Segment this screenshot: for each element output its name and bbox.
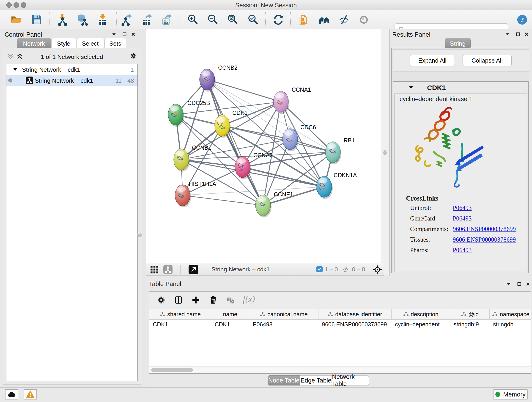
memory-button[interactable]: Memory: [493, 389, 528, 400]
column-header-canonical-name[interactable]: canonical name: [249, 309, 318, 319]
gene-entry-header[interactable]: CDK1: [393, 82, 528, 94]
column-header-namespace[interactable]: namespace: [490, 309, 532, 319]
close-panel-button[interactable]: [525, 281, 531, 287]
create-column-button[interactable]: [191, 295, 201, 305]
node-label-CCNA2: CCNA2: [253, 152, 273, 158]
column-header-database-identifier[interactable]: database identifier: [318, 309, 392, 319]
close-panel-button[interactable]: [130, 31, 137, 38]
warning-status-button[interactable]: [24, 389, 37, 400]
compartments-link[interactable]: 9606.ENSP00000378699: [453, 225, 516, 232]
refresh-view-button[interactable]: [272, 13, 285, 26]
selected-count: 1 – 0: [325, 266, 338, 273]
panel-menu-button[interactable]: [504, 31, 511, 38]
export-table-button[interactable]: [141, 13, 154, 26]
import-network-file-button[interactable]: [56, 13, 69, 26]
table-options-gear-button[interactable]: [156, 295, 166, 305]
genecard-link[interactable]: P06493: [453, 215, 472, 222]
edge-CCNE1-HIST1H1A[interactable]: [183, 195, 263, 205]
float-panel-button[interactable]: [514, 31, 521, 38]
expand-all-button[interactable]: Expand All: [410, 55, 455, 66]
canvas-results-splitter[interactable]: [381, 29, 390, 275]
table-header-row: shared name name canonical name database…: [149, 309, 531, 319]
node-CCNE1[interactable]: CCNE1: [255, 191, 293, 217]
column-header-shared-name[interactable]: shared name: [149, 309, 211, 319]
panel-menu-button[interactable]: [110, 31, 117, 38]
edge-CCNB2-RB1[interactable]: [207, 80, 333, 152]
panel-menu-button[interactable]: [505, 281, 512, 287]
help-button[interactable]: ?: [516, 13, 529, 26]
column-header-id[interactable]: @id: [450, 309, 490, 319]
scrollbar-thumb[interactable]: [151, 368, 193, 372]
node-CDKN1A[interactable]: CDKN1A: [317, 172, 357, 199]
float-panel-button[interactable]: [121, 31, 128, 38]
table-row[interactable]: CDK1 CDK1 P06493 9606.ENSP00000378699 cy…: [149, 319, 531, 329]
import-string-network-button[interactable]: [298, 13, 311, 26]
title-bar: Session: New Session: [0, 0, 532, 10]
function-builder-button[interactable]: f(x): [243, 294, 255, 304]
edge-CCNB2-CCNA1[interactable]: [207, 80, 281, 102]
uniprot-link[interactable]: P06493: [453, 204, 472, 211]
splitter-grip[interactable]: [383, 150, 387, 155]
zoom-in-button[interactable]: [186, 13, 199, 26]
save-session-button[interactable]: [30, 13, 43, 26]
hidden-indicator[interactable]: [341, 266, 349, 275]
zoom-selected-button[interactable]: [247, 13, 260, 26]
control-splitter-grip[interactable]: [137, 233, 142, 237]
column-header-name[interactable]: name: [211, 309, 249, 319]
edge-CCNB1-CCNA2[interactable]: [181, 160, 243, 167]
cloud-status-button[interactable]: [5, 389, 18, 400]
tab-network[interactable]: Network: [17, 38, 51, 49]
zoom-fit-icon: [227, 14, 239, 26]
close-panel-button[interactable]: [523, 31, 530, 38]
separator: [339, 265, 339, 274]
network-row-selected[interactable]: String Network – cdk1 11 48: [6, 75, 138, 86]
network-collection-row[interactable]: String Network – cdk1 1: [6, 64, 138, 75]
tab-node-table[interactable]: Node Table: [268, 375, 300, 385]
birds-eye-view-button[interactable]: [372, 265, 382, 276]
table-horizontal-scrollbar[interactable]: [149, 366, 531, 373]
import-table-file-button[interactable]: [96, 13, 109, 26]
tissues-link[interactable]: 9606.ENSP00000378699: [453, 236, 516, 243]
tab-network-table[interactable]: Network Table: [332, 375, 369, 385]
float-panel-button[interactable]: [516, 281, 523, 287]
first-neighbors-button[interactable]: [318, 13, 331, 26]
tab-edge-table[interactable]: Edge Table: [300, 375, 332, 385]
delete-column-button[interactable]: [208, 295, 219, 305]
tree-expander-icon[interactable]: [13, 68, 17, 71]
node-CCNA1[interactable]: CCNA1: [273, 86, 311, 114]
show-graphics-details-button[interactable]: [357, 13, 370, 26]
selected-checkbox[interactable]: [317, 266, 323, 272]
tab-sets[interactable]: Sets: [104, 38, 126, 49]
refresh-icon: [272, 14, 284, 26]
export-network-button[interactable]: [121, 13, 133, 26]
column-header-description[interactable]: description: [392, 309, 450, 319]
hide-selected-button[interactable]: [337, 13, 350, 26]
export-table-icon: [141, 14, 153, 26]
zoom-out-button[interactable]: [206, 13, 219, 26]
tab-style[interactable]: Style: [51, 38, 76, 49]
node-RB1[interactable]: RB1: [325, 137, 355, 164]
network-view-canvas[interactable]: CDK1CCNB1CCNB2CCNA1CCNA2CCNE1CDC25BCDC6C…: [146, 29, 381, 263]
import-network-database-button[interactable]: [76, 13, 89, 26]
show-columns-button[interactable]: [173, 295, 184, 305]
zoom-fit-button[interactable]: [226, 13, 239, 26]
delete-table-icon: [225, 295, 235, 305]
pharos-link[interactable]: P06493: [453, 247, 472, 254]
node-HIST1H1A[interactable]: HIST1H1A: [175, 181, 216, 207]
network-view-mode-button[interactable]: [163, 265, 172, 275]
open-session-button[interactable]: [10, 13, 23, 26]
tab-string-results[interactable]: String: [445, 38, 471, 49]
network-options-gear-button[interactable]: [130, 52, 137, 59]
export-image-button[interactable]: [161, 13, 173, 26]
edge-CCNE1-CDKN1A[interactable]: [263, 187, 324, 205]
tab-select[interactable]: Select: [76, 38, 104, 49]
table-panel-title: Table Panel: [149, 281, 181, 288]
node-label-CDKN1A: CDKN1A: [334, 172, 357, 178]
collapse-entry-icon[interactable]: [409, 86, 413, 89]
detach-view-button[interactable]: [189, 265, 198, 275]
node-label-CCNE1: CCNE1: [274, 191, 293, 198]
collapse-all-button[interactable]: Collapse All: [462, 55, 512, 66]
delete-table-button[interactable]: [225, 295, 235, 305]
zoom-out-icon: [207, 14, 219, 26]
grid-view-button[interactable]: [150, 265, 159, 275]
